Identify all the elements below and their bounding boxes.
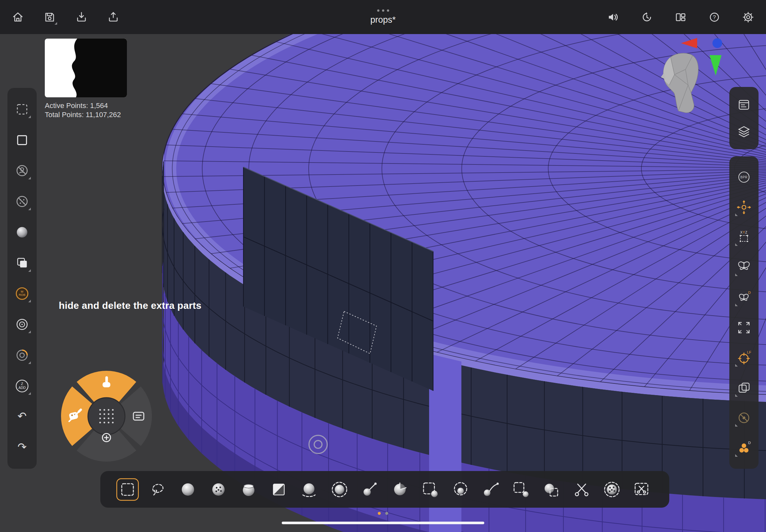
tool-marquee-select[interactable] <box>117 479 138 500</box>
butterfly-dynamic-icon: D <box>736 290 752 305</box>
layers-panel-button[interactable] <box>735 122 753 141</box>
gizmo-icon <box>736 199 752 215</box>
hide-unselected-button[interactable] <box>13 161 31 180</box>
textured-sphere-icon <box>209 480 228 499</box>
mask-square-icon <box>269 480 288 499</box>
document-title[interactable]: props* <box>370 15 396 25</box>
radial-menu[interactable] <box>58 368 155 465</box>
paint-disabled-icon <box>736 410 752 426</box>
top-toolbar: props* ? <box>0 0 766 34</box>
gizmo-button[interactable] <box>735 198 753 217</box>
rect-extract-icon <box>512 480 530 499</box>
dynamic-topology-icon: D <box>736 440 752 456</box>
bpr-button[interactable]: BPR <box>735 168 753 187</box>
layers-button[interactable] <box>13 254 31 272</box>
save-icon <box>44 11 55 23</box>
tool-curve-stroke[interactable] <box>480 479 501 500</box>
instances-button[interactable] <box>735 379 753 397</box>
document-header: props* <box>370 0 396 34</box>
svg-text:Z: Z <box>21 382 23 386</box>
megaphone-icon <box>607 11 619 23</box>
right-panel-toggles <box>729 87 759 149</box>
left-toolbar: M ROB Z ADD ↶ ↷ <box>7 88 37 469</box>
radius-icon <box>15 317 30 332</box>
svg-text:M: M <box>21 290 23 293</box>
redo-button[interactable]: ↷ <box>13 438 31 457</box>
rect-sphere-icon <box>421 480 440 499</box>
page-dot-1[interactable] <box>378 512 381 515</box>
settings-button[interactable] <box>740 9 756 25</box>
hide-mask-icon <box>15 194 30 209</box>
radial-hub[interactable] <box>88 398 125 435</box>
tool-scissors-cut[interactable] <box>571 479 592 500</box>
save-button[interactable] <box>42 9 58 25</box>
stencil-alpha-shape <box>45 39 127 97</box>
tool-textured-sphere[interactable] <box>208 479 229 500</box>
tool-trim-sphere[interactable] <box>298 479 319 500</box>
paint-disabled-button[interactable] <box>735 408 753 427</box>
svg-text:↶: ↶ <box>18 410 27 422</box>
undo-button[interactable]: ↶ <box>13 407 31 426</box>
home-button[interactable] <box>10 9 26 25</box>
frame-select-button[interactable] <box>13 131 31 150</box>
svg-text:XYZ: XYZ <box>740 231 748 234</box>
interface-layout-button[interactable] <box>673 9 689 25</box>
import-icon <box>76 11 87 23</box>
fullscreen-button[interactable] <box>735 318 753 337</box>
tool-rect-extract[interactable] <box>511 479 531 500</box>
lf-transform-button[interactable]: LF <box>735 348 753 367</box>
viewport-annotation: hide and delete the extra parts <box>59 300 201 311</box>
instances-icon <box>736 380 752 396</box>
fullscreen-icon <box>736 320 752 335</box>
dynamic-mode-button[interactable]: D <box>735 439 753 457</box>
gear-icon <box>742 11 754 23</box>
tool-dashed-circle[interactable] <box>450 479 471 500</box>
tool-rect-cut[interactable] <box>632 479 652 500</box>
radius-button[interactable] <box>13 315 31 334</box>
svg-text:ADD: ADD <box>18 386 26 390</box>
tool-scoop[interactable] <box>238 479 259 500</box>
stencil-alpha-preview[interactable] <box>45 39 127 97</box>
tool-sphere-brush[interactable] <box>177 479 198 500</box>
home-indicator[interactable] <box>282 522 484 524</box>
tool-rect-sphere[interactable] <box>420 479 441 500</box>
multitask-indicator[interactable] <box>377 9 389 12</box>
hide-unselected-icon <box>15 163 30 178</box>
import-button[interactable] <box>73 9 90 25</box>
tool-sphere-square[interactable] <box>541 479 562 500</box>
xyz-icon: XYZ <box>736 229 752 245</box>
material-button[interactable]: M ROB <box>13 284 31 303</box>
history-button[interactable] <box>639 9 655 25</box>
marquee-select-button[interactable] <box>13 100 31 119</box>
help-button[interactable]: ? <box>706 9 723 25</box>
matcap-button[interactable] <box>13 223 31 242</box>
symmetry-dynamic-button[interactable]: D <box>735 288 753 307</box>
page-indicator[interactable] <box>0 512 766 515</box>
tool-dotted-sphere[interactable] <box>602 479 622 500</box>
layers-stack-icon <box>736 124 751 139</box>
symmetry-button[interactable] <box>735 258 753 277</box>
hide-mask-button[interactable] <box>13 192 31 211</box>
move-icon <box>360 480 379 499</box>
tool-split-pie[interactable] <box>390 479 410 500</box>
falloff-button[interactable] <box>13 346 31 365</box>
xyz-snap-button[interactable]: XYZ <box>735 228 753 247</box>
svg-text:↷: ↷ <box>18 441 27 453</box>
tool-move[interactable] <box>359 479 380 500</box>
undo-icon: ↶ <box>15 409 30 424</box>
zadd-button[interactable]: Z ADD <box>13 377 31 395</box>
sphere-square-icon <box>542 480 561 499</box>
svg-text:D: D <box>748 291 751 295</box>
history-icon <box>641 11 653 23</box>
svg-text:?: ? <box>713 14 716 20</box>
export-icon <box>107 11 119 23</box>
announcements-button[interactable] <box>605 9 621 25</box>
total-points: Total Points: 11,107,262 <box>45 110 121 119</box>
export-button[interactable] <box>105 9 121 25</box>
scene-stats-button[interactable] <box>735 95 753 114</box>
brush-toolbar <box>100 471 669 508</box>
page-dot-2[interactable] <box>385 512 388 515</box>
tool-lasso-select[interactable] <box>147 479 168 500</box>
tool-mask-square[interactable] <box>268 479 289 500</box>
tool-ring-sphere[interactable] <box>329 479 350 500</box>
